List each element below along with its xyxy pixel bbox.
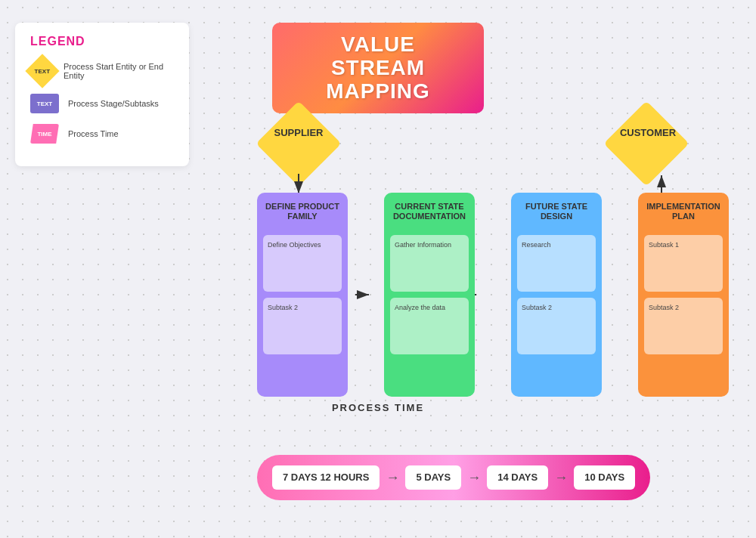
time-arrow-1: → (386, 470, 399, 486)
parallelogram-text: TIME (37, 131, 51, 138)
legend-entity-label: Process Start Entity or End Entity (64, 62, 174, 80)
diamond-text: TEXT (35, 67, 50, 74)
supplier-diamond (256, 100, 341, 186)
legend-title: LEGEND (30, 35, 174, 48)
diamond-icon: TEXT (25, 54, 59, 88)
col-header-current: CURRENT STATE DOCUMENTATION (390, 199, 469, 229)
arrow-spacer-3 (609, 193, 631, 397)
rect-icon: TEXT (30, 94, 59, 113)
legend-item-entity: TEXT Process Start Entity or End Entity (30, 59, 174, 83)
process-col-current: CURRENT STATE DOCUMENTATION Gather Infor… (384, 193, 475, 397)
subtask-define-1: Define Objectives (263, 235, 342, 292)
canvas: LEGEND TEXT Process Start Entity or End … (0, 0, 756, 538)
rect-text: TEXT (37, 100, 52, 107)
title-line1: VALUE STREAM MAPPING (302, 33, 454, 103)
arrow-spacer-2 (482, 193, 503, 397)
process-area: DEFINE PRODUCT FAMILY Define Objectives … (257, 193, 729, 397)
col-header-implementation: IMPLEMENTATION PLAN (644, 199, 723, 229)
parallelogram-icon: TIME (30, 124, 59, 144)
col-header-future: FUTURE STATE DESIGN (517, 199, 596, 229)
subtask-future-1: Research (517, 235, 596, 292)
customer-diamond (603, 100, 689, 186)
legend-item-stage: TEXT Process Stage/Subtasks (30, 94, 174, 113)
subtask-impl-1: Subtask 1 (644, 235, 723, 292)
time-track: 7 DAYS 12 HOURS → 5 DAYS → 14 DAYS → 10 … (257, 455, 650, 500)
process-col-future: FUTURE STATE DESIGN Research Subtask 2 (511, 193, 602, 397)
subtask-current-2: Analyze the data (390, 298, 469, 354)
time-arrow-2: → (467, 470, 481, 486)
customer-label: CUSTOMER (614, 127, 682, 138)
legend-stage-label: Process Stage/Subtasks (68, 99, 159, 108)
process-col-implementation: IMPLEMENTATION PLAN Subtask 1 Subtask 2 (638, 193, 729, 397)
time-box-4: 10 DAYS (574, 465, 635, 490)
legend-time-label: Process Time (68, 129, 119, 138)
time-box-2: 5 DAYS (405, 465, 461, 490)
subtask-impl-2: Subtask 2 (644, 298, 723, 354)
subtask-future-2: Subtask 2 (517, 298, 596, 354)
col-header-define: DEFINE PRODUCT FAMILY (263, 199, 342, 229)
legend-item-time: TIME Process Time (30, 124, 174, 144)
title-banner: VALUE STREAM MAPPING (272, 23, 484, 113)
process-col-define: DEFINE PRODUCT FAMILY Define Objectives … (257, 193, 348, 397)
arrow-spacer-1 (355, 193, 376, 397)
subtask-current-1: Gather Information (390, 235, 469, 292)
supplier-label: SUPPLIER (265, 127, 333, 138)
time-box-3: 14 DAYS (487, 465, 548, 490)
legend-panel: LEGEND TEXT Process Start Entity or End … (15, 23, 189, 166)
process-time-label: PROCESS TIME (332, 402, 424, 413)
time-arrow-3: → (554, 470, 568, 486)
time-box-1: 7 DAYS 12 HOURS (272, 465, 380, 490)
subtask-define-2: Subtask 2 (263, 298, 342, 354)
